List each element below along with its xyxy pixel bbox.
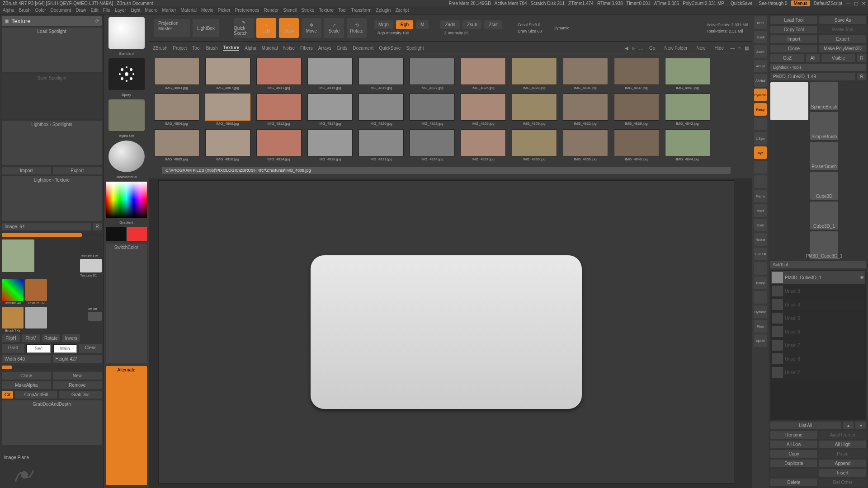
tab-material[interactable]: Material [262, 46, 278, 51]
menu-alpha[interactable]: Alpha [3, 8, 14, 13]
subtool-slot[interactable]: Unsel 5 [771, 312, 865, 324]
remove-button[interactable]: Remove [53, 381, 102, 389]
dynamic-label[interactable]: Dynamic [553, 26, 569, 30]
lightbox-button[interactable]: LightBox [193, 19, 219, 37]
texture-item[interactable]: IMG_4804.jpg [153, 94, 200, 126]
zadd-button[interactable]: Zadd [440, 20, 460, 29]
shelf-dynamic[interactable]: Dynamic [754, 89, 767, 101]
invers-button[interactable]: Invers [62, 334, 80, 342]
flipv-button[interactable]: FlipV [22, 334, 40, 342]
r-tool-button[interactable]: R [857, 54, 866, 62]
saveas-button[interactable]: Save As [819, 16, 866, 24]
texture-item[interactable]: IMG_4828.jpg [510, 58, 558, 90]
shelf-rotate[interactable]: Rotate [754, 233, 767, 246]
document-canvas[interactable] [158, 180, 734, 483]
texture-item[interactable]: IMG_4829.jpg [510, 94, 558, 126]
shelf-l.sym[interactable]: L.Sym [754, 132, 767, 145]
texture-item[interactable]: IMG_4839.jpg [613, 94, 660, 126]
tab-quicksave[interactable]: QuickSave [379, 46, 401, 51]
shelf-persp[interactable]: Persp [754, 103, 767, 116]
load-spotlight-button[interactable]: Load Spotlight [2, 28, 102, 72]
loadtool-button[interactable]: Load Tool [770, 16, 817, 24]
texture-item[interactable]: IMG_4812.jpg [255, 94, 302, 126]
3d-object[interactable] [311, 255, 582, 409]
palette-title[interactable]: ▣ Texture ⟳ [2, 16, 102, 26]
copy-subtool-button[interactable]: Copy [770, 450, 817, 458]
grad-toggle[interactable]: Grad [2, 344, 24, 353]
shelf-linefill[interactable]: Line Fill [754, 248, 767, 260]
zcut-button[interactable]: Zcut [484, 20, 502, 29]
subtool-slot[interactable]: Unsel 8 [771, 352, 865, 365]
texture-item[interactable]: IMG_4824.jpg [408, 129, 456, 161]
texture-item[interactable]: IMG_4844.jpg [664, 129, 711, 161]
current-tool-thumb[interactable] [770, 82, 808, 120]
fliph-button[interactable]: FlipH [2, 334, 20, 342]
alternate-button[interactable]: Alternate [106, 366, 147, 486]
newfolder-button[interactable]: New Folder [661, 45, 690, 51]
menu-layer[interactable]: Layer [115, 8, 126, 13]
subtool-slot[interactable]: Unsel 3 [771, 285, 865, 297]
size-slider[interactable] [2, 366, 102, 369]
texture-item[interactable]: IMG_4805.jpg [153, 129, 200, 161]
shelf-actual[interactable]: Actual [754, 60, 767, 72]
tab-zbrush[interactable]: ZBrush [153, 46, 167, 51]
texture-item[interactable]: IMG_4819.jpg [357, 58, 405, 90]
tab-tool[interactable]: Tool [192, 46, 200, 51]
makepolymesh-button[interactable]: Make PolyMesh3D [819, 45, 866, 52]
goz-button[interactable]: GoZ [770, 54, 804, 62]
texture-item[interactable]: IMG_4814.jpg [255, 129, 302, 161]
view-list-icon[interactable]: ≡ [738, 46, 741, 51]
tab-alpha[interactable]: Alpha [245, 46, 256, 51]
texture-off-thumb[interactable] [80, 239, 102, 253]
all-button[interactable]: All [806, 54, 820, 62]
import-tool-button[interactable]: Import [770, 35, 817, 43]
shelf-scroll[interactable]: Scroll [754, 31, 767, 43]
shelf-xyz[interactable]: Xyz [754, 146, 767, 159]
subtool-item-active[interactable]: PM3D_Cube3D_1 👁 [771, 271, 865, 284]
go-button[interactable]: Go [646, 45, 658, 51]
texture-01-thumb[interactable] [80, 259, 102, 272]
brushtxtr-thumb[interactable] [2, 307, 24, 328]
zsub-button[interactable]: Zsub [462, 20, 481, 29]
refresh-icon[interactable]: ⟳ [95, 19, 99, 23]
sec-input[interactable] [26, 344, 51, 353]
m-button[interactable]: M [416, 20, 429, 29]
switchcolor-button[interactable]: SwitchColor [106, 244, 147, 363]
subtool-slot[interactable]: Unsel 6 [771, 325, 865, 338]
texture-item[interactable]: IMG_4811.jpg [255, 58, 302, 90]
insert-button[interactable]: Insert [819, 469, 866, 477]
tool-thumb[interactable]: Cube3D_1 [810, 202, 838, 230]
menus-toggle[interactable]: Menus [791, 0, 810, 6]
texture-item[interactable]: IMG_4825.jpg [459, 58, 507, 90]
menu-tool[interactable]: Tool [338, 8, 346, 13]
texture-item[interactable]: IMG_4832.jpg [561, 94, 609, 126]
alpha-thumb[interactable] [108, 99, 145, 131]
menu-zscript[interactable]: Zscript [395, 8, 409, 13]
draw-mode-button[interactable]: ✐Draw [279, 18, 299, 38]
close-icon[interactable]: ▣ [5, 19, 9, 23]
menu-light[interactable]: Light [131, 8, 141, 13]
r-tool-button-2[interactable]: R [857, 73, 866, 80]
nav-next-icon[interactable]: ▶ [632, 46, 636, 51]
menu-document[interactable]: Document [51, 8, 71, 13]
scale-mode-button[interactable]: ⤢Scale [324, 18, 344, 38]
shelf-floor[interactable]: Floor [754, 320, 767, 333]
subtool-slot[interactable]: Unsel 7 [771, 339, 865, 352]
texture-item[interactable]: IMG_4820.jpg [357, 94, 405, 126]
export-tool-button[interactable]: Export [819, 35, 866, 43]
tab-document[interactable]: Document [353, 46, 374, 51]
new-browser-button[interactable]: New [694, 45, 708, 51]
width-value[interactable]: Width 640 [2, 355, 51, 363]
menu-marker[interactable]: Marker [162, 8, 176, 13]
texture-40-thumb[interactable] [2, 279, 24, 301]
quicksketch-button[interactable]: ✎Quick Sketch [234, 18, 254, 38]
menu-brush[interactable]: Brush [19, 8, 31, 13]
current-brush-thumb[interactable] [108, 17, 145, 49]
view-grid-icon[interactable]: ▦ [745, 46, 749, 51]
r-button[interactable]: R [93, 223, 102, 230]
clone-button[interactable]: Clone [2, 372, 51, 380]
allhigh-button[interactable]: All High [819, 441, 866, 448]
current-tool-name[interactable]: PM3D_Cube3D_1.49 [770, 73, 855, 80]
menu-picker[interactable]: Picker [218, 8, 231, 13]
export-button[interactable]: Export [53, 167, 102, 174]
